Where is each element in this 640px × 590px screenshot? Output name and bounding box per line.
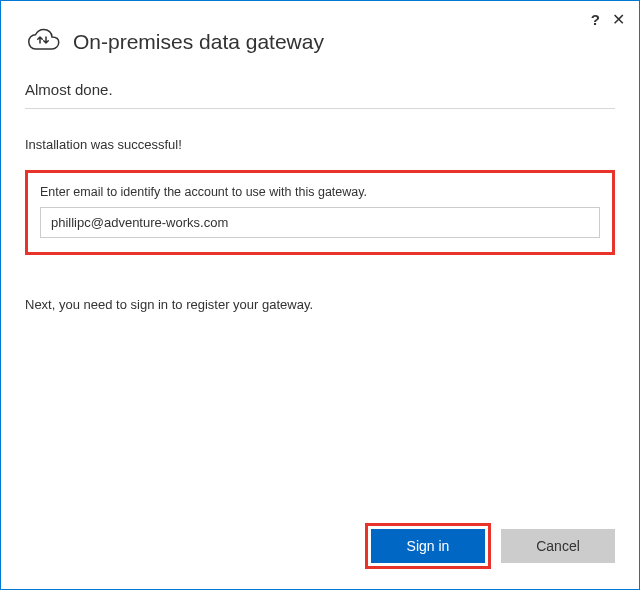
email-label: Enter email to identify the account to u…: [40, 185, 600, 199]
dialog-window: ? ✕ On-premises data gateway Almost done…: [0, 0, 640, 590]
help-icon[interactable]: ?: [591, 11, 600, 28]
button-row: Sign in Cancel: [365, 523, 615, 569]
header: On-premises data gateway: [25, 25, 615, 59]
divider: [25, 108, 615, 109]
signin-button[interactable]: Sign in: [371, 529, 485, 563]
email-highlight-box: Enter email to identify the account to u…: [25, 170, 615, 255]
titlebar-controls: ? ✕: [591, 11, 625, 28]
page-subtitle: Almost done.: [25, 81, 615, 98]
install-status: Installation was successful!: [25, 137, 615, 152]
email-input[interactable]: [40, 207, 600, 238]
cloud-gateway-icon: [25, 25, 61, 59]
cancel-button[interactable]: Cancel: [501, 529, 615, 563]
app-title: On-premises data gateway: [73, 30, 324, 54]
signin-highlight-box: Sign in: [365, 523, 491, 569]
next-step-text: Next, you need to sign in to register yo…: [25, 297, 615, 312]
close-icon[interactable]: ✕: [612, 12, 625, 28]
